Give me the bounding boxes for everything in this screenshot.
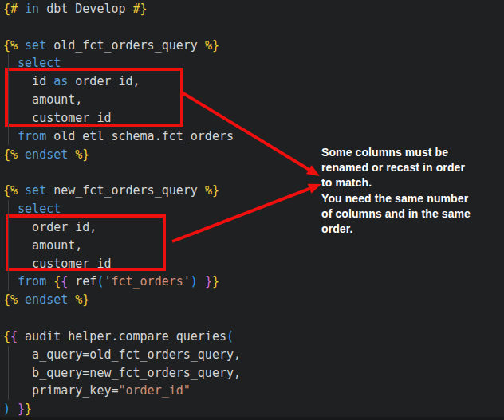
code-token: {% [3, 183, 18, 198]
code-line: order_id, [3, 218, 241, 237]
code-token: %} [75, 147, 89, 162]
code-token: { [10, 329, 18, 343]
code-token [18, 38, 25, 53]
annotation-line: of columns and in the same [321, 206, 498, 222]
code-token [18, 183, 25, 198]
annotation-line: Some columns must be [321, 145, 498, 160]
code-token: customer_id [3, 111, 111, 125]
code-token: } [18, 402, 25, 416]
code-token: old_etl_schema.fct_orders [46, 129, 234, 143]
code-token: {% [3, 292, 18, 307]
code-token: %} [75, 292, 89, 307]
code-token: %} [205, 183, 219, 198]
code-editor-screenshot: {# in dbt Develop #}{% set old_fct_order… [0, 0, 504, 420]
code-line: amount, [3, 91, 241, 109]
code-line: customer_id [3, 109, 241, 128]
code-token [68, 292, 75, 307]
code-line: select [3, 54, 241, 73]
code-token: ( [226, 329, 234, 343]
code-token [198, 274, 205, 289]
code-token [3, 274, 18, 289]
scrollbar-track[interactable] [0, 417, 504, 420]
code-token: {# [3, 2, 18, 16]
annotation-arrow-head [306, 165, 320, 176]
annotation-line: You need the same number [321, 191, 498, 206]
annotation-note: Some columns must berenamed or recast in… [321, 145, 498, 237]
annotation-line: renamed or recast in order [321, 160, 498, 175]
code-line: primary_key="order_id" [3, 382, 241, 400]
code-line: {{ audit_helper.compare_queries( [3, 328, 241, 346]
code-token [46, 274, 53, 289]
code-token: customer_id [3, 257, 111, 271]
code-token: order_id, [3, 220, 96, 234]
code-token: } [205, 274, 212, 289]
code-line: id as order_id, [3, 73, 241, 91]
code-token: { [53, 274, 61, 289]
code-line: from old_etl_schema.fct_orders [3, 128, 241, 146]
code-token: set [25, 183, 46, 198]
code-line [3, 18, 241, 37]
code-line: {% set new_fct_orders_query %} [3, 182, 241, 200]
code-line: amount, [3, 237, 241, 255]
code-token [68, 147, 75, 162]
code-token: "order_id" [119, 383, 191, 398]
code-token: } [25, 402, 32, 416]
code-token: ref [68, 274, 96, 289]
code-token: ) [3, 402, 10, 416]
code-line: b_query=new_fct_orders_query, [3, 364, 241, 383]
code-token: select [18, 56, 61, 70]
annotation-line: order. [321, 222, 498, 237]
code-token [3, 202, 18, 216]
code-line: {# in dbt Develop #} [3, 0, 241, 18]
code-token: new_fct_orders_query [46, 183, 205, 198]
code-token: as [53, 74, 68, 88]
code-editor[interactable]: {# in dbt Develop #}{% set old_fct_order… [3, 0, 241, 418]
code-token: amount, [3, 92, 82, 107]
code-token: a_query=old_fct_orders_query, [3, 347, 241, 362]
code-token [18, 292, 25, 307]
code-token [3, 129, 18, 143]
code-line: ) }} [3, 400, 241, 418]
code-token: {% [3, 147, 18, 162]
code-token: ) [191, 274, 198, 289]
code-token: b_query=new_fct_orders_query, [3, 366, 241, 380]
code-token: select [18, 202, 61, 216]
code-line: {% endset %} [3, 291, 241, 309]
code-token: {% [3, 38, 18, 53]
code-token: order_id, [68, 74, 140, 88]
code-line [3, 309, 241, 328]
annotation-arrow-head [308, 184, 321, 194]
code-token: %} [205, 38, 219, 53]
code-token: } [212, 274, 219, 289]
code-token [18, 147, 25, 162]
code-token: endset [25, 147, 68, 162]
annotation-line: to match. [321, 175, 498, 190]
code-token: id [3, 74, 53, 88]
code-token [3, 56, 18, 70]
code-line: {% set old_fct_orders_query %} [3, 37, 241, 55]
code-line: {% endset %} [3, 146, 241, 164]
code-token: set [25, 38, 46, 53]
code-token: #} [133, 2, 148, 16]
code-token: { [61, 274, 68, 289]
code-token [10, 402, 18, 416]
code-token: { [3, 329, 10, 343]
code-line: customer_id [3, 255, 241, 273]
code-token: from [18, 274, 46, 289]
code-token: in [25, 2, 39, 16]
code-token: 'fct_orders' [104, 274, 190, 289]
code-token: endset [25, 292, 68, 307]
code-line: select [3, 200, 241, 218]
code-token: primary_key= [3, 383, 119, 398]
code-token: old_fct_orders_query [46, 38, 205, 53]
code-line: from {{ ref('fct_orders') }} [3, 273, 241, 291]
code-token [18, 2, 25, 16]
code-line [3, 163, 241, 182]
code-token: dbt Develop [39, 2, 132, 16]
code-token: from [18, 129, 46, 143]
code-line: a_query=old_fct_orders_query, [3, 346, 241, 364]
code-token: amount, [3, 238, 82, 253]
code-token: audit_helper.compare_queries [18, 329, 226, 343]
